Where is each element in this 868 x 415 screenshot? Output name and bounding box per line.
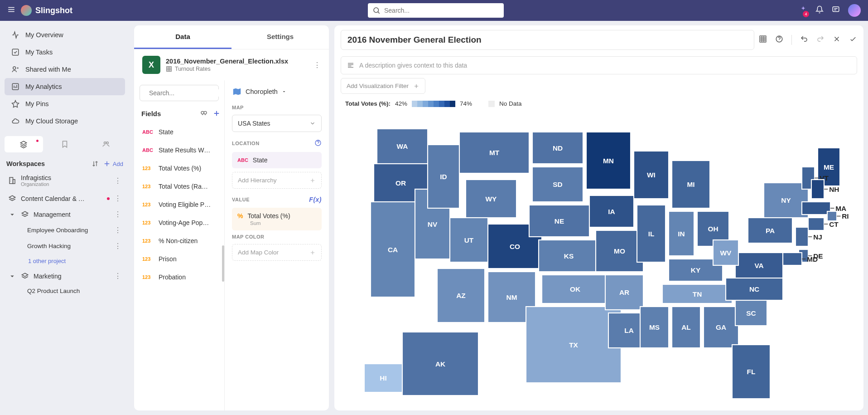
state-CA[interactable]	[371, 202, 415, 297]
field-item[interactable]: 123Voting Eligible P…	[140, 195, 222, 214]
state-CT[interactable]	[808, 218, 824, 230]
redo-icon[interactable]	[816, 35, 825, 45]
location-pill[interactable]: ABCState	[232, 152, 322, 168]
nav-overview[interactable]: My Overview	[5, 26, 125, 44]
state-OK[interactable]	[542, 275, 608, 303]
state-VA[interactable]	[735, 253, 783, 278]
global-search[interactable]	[368, 3, 504, 18]
field-item[interactable]: 123Total Votes (Ra…	[140, 177, 222, 195]
more-icon[interactable]: ⋮	[114, 194, 121, 203]
state-UT[interactable]	[450, 218, 488, 262]
state-IN[interactable]	[669, 211, 694, 256]
more-icon[interactable]: ⋮	[114, 176, 121, 185]
nav-analytics[interactable]: My Analytics	[5, 78, 125, 95]
state-WI[interactable]	[634, 151, 669, 199]
more-icon[interactable]: ⋮	[114, 242, 121, 250]
state-AZ[interactable]	[437, 269, 485, 322]
state-MN[interactable]	[586, 132, 631, 189]
field-item[interactable]: 123Prison	[140, 250, 222, 268]
field-item[interactable]: 123% Non-citizen	[140, 232, 222, 250]
brand[interactable]: Slingshot	[21, 5, 72, 16]
state-ID[interactable]	[428, 145, 459, 208]
state-TN[interactable]	[662, 284, 732, 303]
state-MA[interactable]	[802, 202, 830, 215]
nav-cloud[interactable]: My Cloud Storage	[5, 112, 125, 130]
state-MI[interactable]	[672, 161, 710, 208]
chevron-down-icon[interactable]	[8, 272, 16, 280]
avatar[interactable]	[848, 4, 861, 17]
more-icon[interactable]: ⋮	[114, 226, 121, 234]
brain-icon[interactable]	[200, 109, 208, 117]
map-dropdown[interactable]: USA States	[232, 115, 322, 132]
ws-management[interactable]: Management ⋮	[5, 206, 125, 222]
state-NJ[interactable]	[796, 227, 808, 246]
state-MO[interactable]	[596, 230, 643, 272]
tab-layers[interactable]	[5, 136, 43, 152]
chevron-down-icon[interactable]	[8, 210, 16, 219]
state-NH[interactable]	[811, 180, 824, 199]
state-AK[interactable]	[402, 332, 478, 395]
state-NC[interactable]	[726, 278, 783, 300]
field-item[interactable]: 123Total Votes (%)	[140, 159, 222, 177]
state-IA[interactable]	[589, 195, 634, 227]
field-item[interactable]: ABCState Results W…	[140, 141, 222, 159]
state-SC[interactable]	[735, 300, 767, 326]
fx-button[interactable]: F(x)	[309, 196, 322, 203]
sparkle-icon[interactable]: 4	[799, 5, 807, 15]
add-filter-button[interactable]: Add Visualization Filter	[341, 78, 425, 94]
state-MS[interactable]	[640, 307, 669, 348]
plus-icon[interactable]	[212, 109, 221, 117]
state-RI[interactable]	[827, 211, 837, 221]
fields-search[interactable]	[140, 85, 219, 101]
value-pill[interactable]: %Total Votes (%) Sum	[232, 208, 322, 230]
tab-people[interactable]	[87, 136, 125, 152]
tab-data[interactable]: Data	[134, 25, 231, 49]
tab-bookmark[interactable]	[46, 136, 84, 152]
field-item[interactable]: ABCState	[140, 123, 222, 141]
ws-child-growth[interactable]: Growth Hacking⋮	[5, 238, 125, 254]
fields-search-input[interactable]	[149, 89, 225, 97]
add-map-color[interactable]: Add Map Color	[232, 244, 322, 261]
chat-icon[interactable]	[832, 5, 840, 15]
menu-icon[interactable]	[7, 5, 15, 15]
state-AR[interactable]	[605, 275, 643, 310]
state-WV[interactable]	[713, 240, 738, 265]
state-WA[interactable]	[377, 129, 428, 164]
close-icon[interactable]	[833, 35, 841, 45]
tab-settings[interactable]: Settings	[231, 25, 329, 49]
state-MD[interactable]	[783, 253, 802, 265]
add-hierarchy[interactable]: Add Hierarchy	[232, 172, 322, 189]
bell-icon[interactable]	[815, 5, 824, 15]
ws-child-onboarding[interactable]: Employee Onboarding⋮	[5, 222, 125, 238]
ws-other-link[interactable]: 1 other project	[5, 254, 125, 268]
field-item[interactable]: 123Probation	[140, 268, 222, 286]
file-more-icon[interactable]: ⋮	[313, 61, 321, 69]
viz-title[interactable]: 2016 November General Election	[341, 30, 754, 50]
ws-child-q2[interactable]: Q2 Product Launch	[5, 284, 125, 298]
ws-marketing[interactable]: Marketing ⋮	[5, 268, 125, 284]
sort-icon[interactable]	[91, 160, 99, 168]
help-icon[interactable]	[775, 35, 783, 45]
viz-description[interactable]: A description gives context to this data	[341, 56, 857, 74]
state-IL[interactable]	[637, 205, 665, 262]
choropleth-map[interactable]: WAORCANVIDMTWYUTCOAZNMNDSDNEKSOKTXMNIAMO…	[334, 112, 863, 415]
nav-shared[interactable]: Shared with Me	[5, 61, 125, 78]
check-icon[interactable]	[849, 35, 857, 45]
search-input[interactable]	[384, 7, 499, 14]
field-item[interactable]: 123Voting-Age Pop…	[140, 214, 222, 232]
add-workspace[interactable]: Add	[103, 160, 123, 168]
more-icon[interactable]: ⋮	[114, 210, 121, 219]
chart-type-selector[interactable]: Choropleth	[232, 87, 322, 97]
state-ND[interactable]	[532, 132, 583, 164]
grid-view-icon[interactable]	[759, 35, 767, 45]
nav-pins[interactable]: My Pins	[5, 95, 125, 112]
help-icon[interactable]	[314, 139, 322, 147]
state-NE[interactable]	[529, 205, 589, 237]
scrollbar[interactable]	[222, 245, 224, 282]
state-AL[interactable]	[672, 307, 700, 348]
state-GA[interactable]	[704, 307, 738, 348]
undo-icon[interactable]	[800, 35, 808, 45]
ws-org[interactable]: Infragistics Organization ⋮	[5, 171, 125, 190]
state-PA[interactable]	[748, 218, 792, 243]
state-KS[interactable]	[539, 240, 599, 272]
